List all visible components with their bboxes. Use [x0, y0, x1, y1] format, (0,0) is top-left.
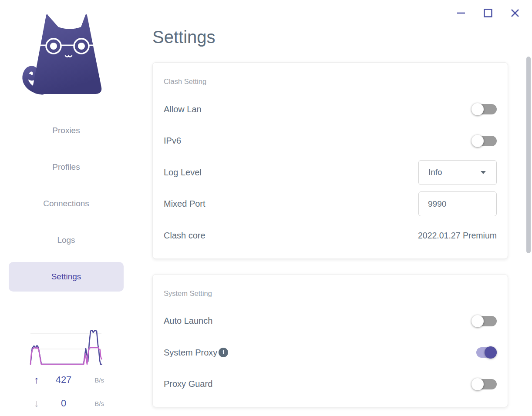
info-icon[interactable] — [219, 348, 228, 357]
upload-stat: ↑ 427 B/s — [27, 372, 106, 387]
system-setting-card: System Setting Auto Launch System Proxy — [152, 274, 508, 408]
sidebar-item-profiles[interactable]: Profiles — [9, 149, 124, 185]
download-value: 0 — [46, 398, 81, 409]
ipv6-toggle[interactable] — [471, 135, 497, 147]
clash-core-row: Clash core 2022.01.27 Premium — [164, 220, 497, 252]
page-title: Settings — [152, 25, 508, 49]
clash-setting-card: Clash Setting Allow Lan IPv6 Log Level — [152, 62, 508, 259]
chevron-down-icon — [481, 171, 486, 174]
auto-launch-label: Auto Launch — [164, 316, 212, 326]
section-title: Clash Setting — [164, 77, 497, 86]
sidebar-nav: Proxies Profiles Connections Logs Settin… — [9, 112, 124, 295]
toggle-knob — [471, 135, 484, 147]
sidebar: Proxies Profiles Connections Logs Settin… — [0, 0, 131, 416]
allow-lan-toggle[interactable] — [471, 103, 497, 115]
maximize-icon — [483, 8, 493, 18]
system-proxy-label: System Proxy — [164, 348, 228, 358]
maximize-button[interactable] — [482, 7, 494, 19]
close-button[interactable] — [509, 7, 521, 19]
system-proxy-row: System Proxy — [164, 337, 497, 369]
minimize-icon — [456, 8, 466, 18]
log-level-value: Info — [428, 168, 442, 177]
ipv6-row: IPv6 — [164, 125, 497, 157]
window-controls — [455, 7, 521, 19]
mixed-port-input[interactable] — [418, 191, 497, 216]
auto-launch-row: Auto Launch — [164, 305, 497, 337]
download-unit: B/s — [81, 400, 104, 407]
upload-arrow-icon: ↑ — [27, 374, 46, 386]
toggle-knob — [471, 315, 484, 327]
close-icon — [510, 8, 520, 18]
toggle-knob — [471, 378, 484, 390]
sidebar-item-settings[interactable]: Settings — [9, 262, 124, 292]
system-proxy-toggle[interactable] — [471, 346, 497, 359]
log-level-select[interactable]: Info — [418, 160, 497, 185]
download-arrow-icon: ↓ — [27, 398, 46, 409]
allow-lan-label: Allow Lan — [164, 104, 202, 114]
upload-unit: B/s — [81, 376, 104, 384]
proxy-guard-toggle[interactable] — [471, 378, 497, 390]
scrollbar-thumb[interactable] — [526, 57, 531, 253]
mixed-port-label: Mixed Port — [164, 199, 205, 209]
download-stat: ↓ 0 B/s — [27, 396, 106, 411]
proxy-guard-label: Proxy Guard — [164, 379, 212, 389]
sidebar-item-proxies[interactable]: Proxies — [9, 112, 124, 149]
section-title: System Setting — [164, 289, 497, 298]
mixed-port-row: Mixed Port — [164, 188, 497, 220]
upload-value: 427 — [46, 374, 81, 386]
ipv6-label: IPv6 — [164, 136, 181, 146]
log-level-label: Log Level — [164, 168, 202, 178]
clash-core-version: 2022.01.27 Premium — [418, 231, 497, 241]
traffic-sparkline — [30, 330, 102, 366]
minimize-button[interactable] — [455, 7, 467, 19]
toggle-knob — [485, 346, 497, 359]
clash-cat-logo-icon — [20, 13, 103, 96]
system-proxy-label-text: System Proxy — [164, 348, 217, 358]
clash-core-label: Clash core — [164, 231, 205, 241]
auto-launch-toggle[interactable] — [471, 315, 497, 327]
proxy-guard-row: Proxy Guard — [164, 369, 497, 400]
allow-lan-row: Allow Lan — [164, 94, 497, 125]
sidebar-item-logs[interactable]: Logs — [9, 222, 124, 258]
settings-page: Settings Clash Setting Allow Lan IPv6 — [152, 0, 508, 407]
sidebar-item-connections[interactable]: Connections — [9, 185, 124, 222]
log-level-row: Log Level Info — [164, 157, 497, 188]
